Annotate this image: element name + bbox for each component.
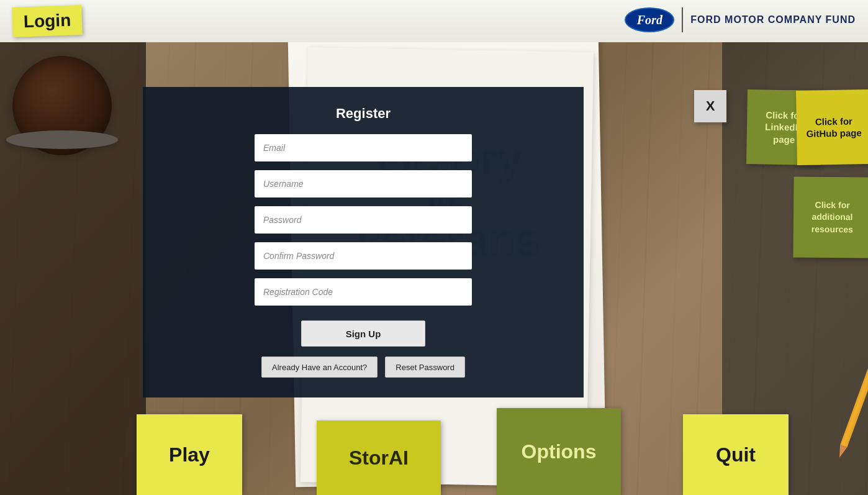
sign-up-button[interactable]: Sign Up — [301, 320, 425, 347]
options-note[interactable]: Options — [497, 408, 621, 495]
bottom-notes-area: Play StorAI Options Quit — [0, 414, 868, 495]
ford-oval: Ford — [625, 7, 674, 32]
reset-password-button[interactable]: Reset Password — [385, 356, 465, 378]
storai-note[interactable]: StorAI — [317, 420, 441, 495]
registration-code-input[interactable] — [255, 278, 472, 306]
bottom-buttons: Already Have an Account? Reset Password — [261, 356, 465, 378]
ford-divider — [682, 7, 683, 32]
login-note[interactable]: Login — [12, 5, 83, 37]
password-input[interactable] — [255, 206, 472, 234]
close-sticky-note[interactable]: X — [694, 90, 726, 122]
ford-company-text: FORD MOTOR COMPANY FUND — [690, 14, 856, 25]
already-account-button[interactable]: Already Have an Account? — [261, 356, 377, 378]
confirm-password-input[interactable] — [255, 242, 472, 270]
play-note[interactable]: Play — [137, 414, 242, 495]
ford-name: Ford — [637, 13, 662, 27]
register-modal: Register Sign Up Already Have an Account… — [143, 87, 584, 397]
email-input[interactable] — [255, 134, 472, 161]
quit-note[interactable]: Quit — [683, 414, 789, 495]
username-input[interactable] — [255, 170, 472, 198]
ford-logo-area: Ford FORD MOTOR COMPANY FUND — [625, 7, 856, 32]
modal-title: Register — [336, 106, 391, 122]
resources-sticky-note[interactable]: Click for additional resources — [793, 176, 868, 258]
github-sticky-note[interactable]: Click for GitHub page — [796, 89, 868, 165]
